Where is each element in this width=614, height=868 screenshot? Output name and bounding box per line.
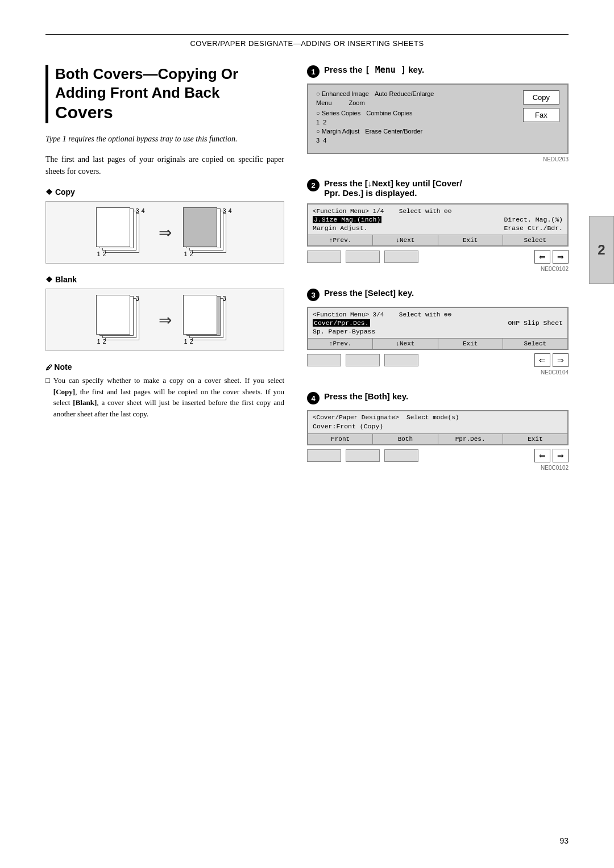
- blank-stack-right: 1 2 3: [183, 295, 234, 345]
- step-4-number: 4: [307, 392, 320, 404]
- copy-diagram: 1 2 3 4 ⇒ 1 2 3 4: [45, 201, 284, 264]
- body-text: The first and last pages of your origina…: [45, 153, 284, 177]
- step-3-nav: ⇐ ⇒: [307, 353, 569, 367]
- title-line1: Both Covers—Copying Or: [55, 65, 284, 84]
- step-4-heading: 4 Press the [Both] key.: [307, 391, 569, 404]
- copier-panel: ○ Enhanced Image Auto Reduce/Enlarge Men…: [307, 84, 569, 154]
- lcd3-prev-btn[interactable]: ↑Prev.: [308, 339, 373, 349]
- step-4-nav: ⇐ ⇒: [307, 449, 569, 462]
- step-1-number: 1: [307, 65, 320, 78]
- step-3-number: 3: [307, 289, 320, 301]
- page-number: 93: [559, 836, 569, 845]
- right-arrow-4[interactable]: ⇒: [553, 449, 569, 462]
- lcd3-select-btn[interactable]: Select: [503, 339, 567, 349]
- blank-stack-left: 1 2 3: [96, 295, 147, 345]
- step-2-text: Press the [↓Next] key until [Cover/Ppr. …: [324, 178, 462, 198]
- blank-label: Blank: [45, 275, 284, 284]
- note-title: Note: [45, 362, 284, 372]
- note-body: You can specify whether to make a copy o…: [53, 375, 284, 419]
- lcd-exit-btn[interactable]: Exit: [438, 235, 503, 245]
- step-4-lcd: <Cover/Paper Designate> Select mode(s) C…: [307, 410, 569, 445]
- lcd3-exit-btn[interactable]: Exit: [438, 339, 503, 349]
- lcd4-front-btn[interactable]: Front: [308, 434, 373, 444]
- step-4: 4 Press the [Both] key. <Cover/Paper Des…: [307, 391, 569, 471]
- note-text: □ You can specify whether to make a copy…: [45, 375, 284, 419]
- step-1-text: Press the [ Menu ] key.: [324, 65, 424, 75]
- step-3-text: Press the [Select] key.: [324, 288, 414, 298]
- step-2: 2 Press the [↓Next] key until [Cover/Ppr…: [307, 178, 569, 272]
- left-arrow-4[interactable]: ⇐: [534, 449, 550, 462]
- left-arrow[interactable]: ⇐: [534, 250, 550, 264]
- lcd3-next-btn[interactable]: ↓Next: [373, 339, 438, 349]
- copy-stack-right: 1 2 3 4: [183, 207, 234, 257]
- copy-button: Copy: [523, 90, 559, 105]
- lcd4-pprdes-btn[interactable]: Ppr.Des.: [438, 434, 503, 444]
- lcd-select-btn[interactable]: Select: [503, 235, 567, 245]
- right-arrow[interactable]: ⇒: [553, 250, 569, 264]
- lcd-prev-btn[interactable]: ↑Prev.: [308, 235, 373, 245]
- checkbox-icon: □: [45, 375, 50, 419]
- main-layout: Both Covers—Copying Or Adding Front And …: [45, 65, 569, 487]
- title-line3: Covers: [55, 102, 284, 123]
- page-container: COVER/PAPER DESIGNATE—ADDING OR INSERTIN…: [0, 0, 614, 868]
- blank-diagram: 1 2 3 ⇒ 1 2 3: [45, 289, 284, 351]
- copy-stack-left: 1 2 3 4: [96, 207, 147, 257]
- copy-arrow: ⇒: [159, 223, 172, 242]
- step-1-image-code: NEDU203: [307, 156, 569, 162]
- left-arrow-3[interactable]: ⇐: [534, 353, 550, 367]
- step-4-text: Press the [Both] key.: [324, 391, 408, 401]
- blank-arrow: ⇒: [159, 311, 172, 329]
- step-3-lcd: <Function Menu> 3/4 Select with ⊕⊖ Cover…: [307, 307, 569, 350]
- step-1-heading: 1 Press the [ Menu ] key.: [307, 65, 569, 78]
- header-text: COVER/PAPER DESIGNATE—ADDING OR INSERTIN…: [190, 39, 424, 48]
- step-3-image-code: NE0C0104: [307, 369, 569, 375]
- step-2-number: 2: [307, 179, 320, 191]
- title-line2: Adding Front And Back: [55, 84, 284, 102]
- lcd4-exit-btn[interactable]: Exit: [503, 434, 567, 444]
- side-tab: 2: [589, 216, 614, 284]
- note-section: Note □ You can specify whether to make a…: [45, 362, 284, 419]
- intro-text: Type 1 requires the optional bypass tray…: [45, 133, 284, 145]
- right-arrow-3[interactable]: ⇒: [553, 353, 569, 367]
- page-header: COVER/PAPER DESIGNATE—ADDING OR INSERTIN…: [45, 34, 569, 48]
- copy-label: Copy: [45, 187, 284, 197]
- step-2-heading: 2 Press the [↓Next] key until [Cover/Ppr…: [307, 178, 569, 198]
- side-tab-number: 2: [598, 242, 605, 258]
- fax-button: Fax: [523, 108, 559, 122]
- section-title: Both Covers—Copying Or Adding Front And …: [45, 65, 284, 123]
- step-3: 3 Press the [Select] key. <Function Menu…: [307, 288, 569, 375]
- step-3-heading: 3 Press the [Select] key.: [307, 288, 569, 301]
- step-1: 1 Press the [ Menu ] key. ○ Enhanced Ima…: [307, 65, 569, 162]
- step-4-image-code: NE0C0102: [307, 465, 569, 471]
- step-2-nav: ⇐ ⇒: [307, 250, 569, 264]
- left-column: Both Covers—Copying Or Adding Front And …: [45, 65, 284, 487]
- lcd4-both-btn[interactable]: Both: [373, 434, 438, 444]
- step-2-lcd: <Function Menu> 1/4 Select with ⊕⊖ J.Siz…: [307, 203, 569, 247]
- step-2-image-code: NE0C0102: [307, 266, 569, 272]
- right-column: 1 Press the [ Menu ] key. ○ Enhanced Ima…: [307, 65, 569, 487]
- lcd-next-btn[interactable]: ↓Next: [373, 235, 438, 245]
